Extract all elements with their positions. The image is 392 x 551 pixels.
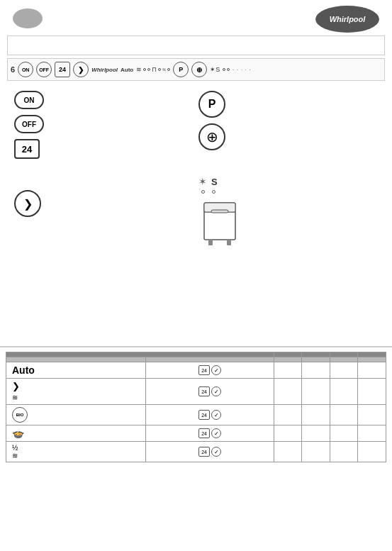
col-2 <box>302 405 330 425</box>
table-subheader-c1 <box>274 357 302 362</box>
col-4 <box>358 442 386 462</box>
check-icon: ✓ <box>211 447 221 457</box>
info-bar <box>7 35 385 55</box>
six-icon: 6 <box>11 65 15 74</box>
table-header-c1 <box>274 352 302 357</box>
table-row: ½≋ 24 ✓ <box>6 442 386 462</box>
program-icon: 24 ✓ <box>146 442 274 462</box>
dot-2 <box>212 190 215 194</box>
check-icon: ✓ <box>211 428 221 438</box>
whirlpool-logo: Whirlpool <box>315 6 379 33</box>
on-label: ON <box>24 96 35 104</box>
dots-strip <box>223 68 230 71</box>
oval-icon <box>13 9 43 28</box>
p-button[interactable]: P <box>198 91 225 118</box>
arrow-strip-btn[interactable]: ⊕ <box>191 62 207 77</box>
chevron-wave-icon: ❯≋ <box>12 381 20 402</box>
table-row: BIO 24 ✓ <box>6 405 386 425</box>
right-cluster: ✶ S <box>198 176 241 251</box>
col-2 <box>302 379 330 405</box>
svg-rect-4 <box>227 240 231 245</box>
table-subheader-c2 <box>302 357 330 362</box>
check-icon: ✓ <box>211 410 221 420</box>
program-icon: 24 ✓ <box>146 379 274 405</box>
check-icon: ✓ <box>211 365 221 375</box>
col-2 <box>302 425 330 442</box>
rect-icon: 24 <box>198 386 210 396</box>
col-1 <box>274 405 302 425</box>
table-header-c2 <box>302 352 330 357</box>
timer-label: 24 <box>22 144 32 155</box>
rect-icon: 24 <box>198 447 210 457</box>
strip-icons: ≋ ⊓ ≈ <box>136 66 170 73</box>
pot-icon: 🍲 <box>12 428 24 439</box>
col-1 <box>274 379 302 405</box>
col-4 <box>358 379 386 405</box>
col-3 <box>330 379 358 405</box>
table-header-c3 <box>330 352 358 357</box>
program-icon: 24 ✓ <box>146 405 274 425</box>
program-name: 🍲 <box>6 425 146 442</box>
auto-strip: Auto <box>121 67 133 73</box>
program-icon: 24 ✓ <box>146 362 274 379</box>
on-strip-btn[interactable]: ON <box>18 62 33 77</box>
off-strip-btn[interactable]: OFF <box>36 62 52 77</box>
table-section: Auto 24 ✓ ❯≋ <box>0 347 392 551</box>
icons-area: ON OFF 24 P ⊕ ❯ ✶ S <box>7 84 385 339</box>
p-label: P <box>208 98 216 111</box>
table-row: 🍲 24 ✓ <box>6 425 386 442</box>
col-4 <box>358 362 386 379</box>
program-table: Auto 24 ✓ ❯≋ <box>6 352 386 462</box>
col-2 <box>302 442 330 462</box>
off-button[interactable]: OFF <box>14 115 44 133</box>
col-4 <box>358 405 386 425</box>
rect-icon: 24 <box>198 410 210 420</box>
s-label: S <box>211 177 218 187</box>
table-subheader-c3 <box>330 357 358 362</box>
col-2 <box>302 362 330 379</box>
table-subheader-icon <box>146 357 274 362</box>
col-3 <box>330 425 358 442</box>
program-name: Auto <box>6 362 146 379</box>
brand-strip: Whirlpool <box>91 67 118 73</box>
sun-s-row: ✶ S <box>198 176 241 187</box>
col-3 <box>330 405 358 425</box>
col-1 <box>274 425 302 442</box>
col-1 <box>274 442 302 462</box>
p-strip-btn[interactable]: P <box>173 62 189 77</box>
off-label: OFF <box>22 121 36 128</box>
sun-icon: ✶ <box>198 176 207 187</box>
chevron-button[interactable]: ❯ <box>14 190 41 217</box>
half-wave-icon: ½≋ <box>12 444 18 460</box>
timer-button[interactable]: 24 <box>14 139 40 159</box>
col-3 <box>330 362 358 379</box>
on-button[interactable]: ON <box>14 91 44 109</box>
col-4 <box>358 425 386 442</box>
svg-rect-3 <box>208 240 213 245</box>
rect-icon: 24 <box>198 365 210 375</box>
program-name: BIO <box>6 405 146 425</box>
rect-icon: 24 <box>198 428 210 438</box>
chevron-icon: ❯ <box>23 197 33 211</box>
check-icon: ✓ <box>211 386 221 396</box>
col-1 <box>274 362 302 379</box>
program-name: ❯≋ <box>6 379 146 405</box>
table-row: ❯≋ 24 ✓ <box>6 379 386 405</box>
arrow-icon: ⊕ <box>206 128 218 145</box>
chevron-strip-icon[interactable]: ❯ <box>73 62 89 77</box>
arrow-button[interactable]: ⊕ <box>198 123 225 150</box>
timer-strip-btn[interactable]: 24 <box>55 62 70 77</box>
sun-strip: ✶S <box>210 66 220 73</box>
top-section: Whirlpool 6 ON OFF 24 ❯ Whirlpool Auto ≋… <box>0 0 392 347</box>
table-subheader-c4 <box>358 357 386 362</box>
progress-strip: · · · · · <box>233 67 252 72</box>
program-icon: 24 ✓ <box>146 425 274 442</box>
table-header-c4 <box>358 352 386 357</box>
bio-icon: BIO <box>12 407 28 423</box>
program-name: ½≋ <box>6 442 146 462</box>
control-strip: 6 ON OFF 24 ❯ Whirlpool Auto ≋ ⊓ ≈ P ⊕ ✶… <box>7 58 385 81</box>
col-3 <box>330 442 358 462</box>
table-header-main <box>6 352 274 357</box>
dishwasher-image <box>198 199 241 251</box>
dot-1 <box>201 190 205 194</box>
